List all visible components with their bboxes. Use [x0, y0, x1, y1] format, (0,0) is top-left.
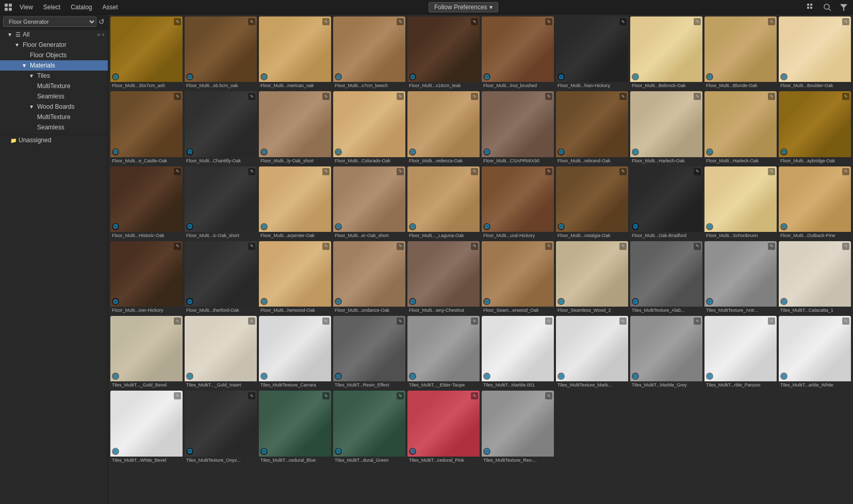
edit-icon-25[interactable]: ✎: [545, 168, 552, 175]
edit-icon-7[interactable]: ✎: [694, 18, 701, 25]
edit-icon-3[interactable]: ✎: [397, 18, 404, 25]
edit-icon-38[interactable]: ✎: [768, 243, 775, 250]
edit-icon-33[interactable]: ✎: [397, 243, 404, 250]
grid-item-54[interactable]: ✎ 🌐 Tiles_MultiT...cedural_Pink: [407, 391, 480, 463]
grid-item-30[interactable]: ✎ 🌐 Floor_Multi...iver-Hickory: [110, 241, 183, 314]
menu-select[interactable]: Select: [39, 3, 64, 12]
grid-item-1[interactable]: ✎ 🌐 Floor_Multi...x6.5cm_oak: [185, 16, 257, 89]
edit-icon-16[interactable]: ✎: [619, 93, 627, 100]
sidebar-item-seamless-wood[interactable]: Seamless: [0, 122, 108, 132]
grid-item-49[interactable]: ✎ 🌐 Tiles_MultiT...arble_White: [779, 316, 851, 389]
grid-item-2[interactable]: ✎ 🌐 Floor_Multi...merican_oak: [259, 16, 331, 89]
edit-icon-0[interactable]: ✎: [174, 18, 181, 25]
search-icon[interactable]: [821, 1, 833, 13]
edit-icon-45[interactable]: ✎: [545, 317, 552, 325]
edit-icon-40[interactable]: ✎: [174, 317, 181, 325]
edit-icon-39[interactable]: ✎: [842, 243, 849, 250]
edit-icon-37[interactable]: ✎: [694, 243, 701, 250]
grid-item-52[interactable]: ✎ 🌐 Tiles_MultiT...cedural_Blue: [259, 391, 331, 463]
grid-item-7[interactable]: ✎ 🌐 Floor_Multi...Bebrock-Oak: [630, 16, 702, 89]
edit-icon-46[interactable]: ✎: [619, 317, 627, 325]
grid-item-28[interactable]: ✎ 🌐 Floor_Multi...Schonbrunn: [704, 166, 777, 239]
edit-icon-6[interactable]: ✎: [619, 18, 627, 25]
sidebar-item-floor-objects[interactable]: Floor Objects: [0, 50, 108, 60]
edit-icon-43[interactable]: ✎: [397, 317, 404, 325]
refresh-icon[interactable]: ↺: [99, 18, 105, 26]
edit-icon-21[interactable]: ✎: [248, 168, 255, 175]
grid-item-18[interactable]: ✎ 🌐 Floor_Multi...Harleck-Oak: [704, 91, 777, 164]
sidebar-item-floor-generator[interactable]: ▾ Floor Generator: [0, 40, 108, 50]
grid-item-51[interactable]: ✎ 🌐 Tiles_MultiTexture_Onyx...: [185, 391, 257, 463]
edit-icon-27[interactable]: ✎: [694, 168, 701, 175]
grid-item-17[interactable]: ✎ 🌐 Floor_Multi...Harlech-Oak: [630, 91, 702, 164]
edit-icon-49[interactable]: ✎: [842, 317, 849, 325]
grid-item-29[interactable]: ✎ 🌐 Floor_Multi...Outback-Pine: [779, 166, 851, 239]
grid-item-16[interactable]: ✎ 🌐 Floor_Multi...rebrand-Oak: [556, 91, 628, 164]
grid-item-40[interactable]: ✎ 🌐 Tiles_MultiT..._Gold_Bevel: [110, 316, 183, 389]
edit-icon-5[interactable]: ✎: [545, 18, 552, 25]
grid-view-icon[interactable]: [805, 1, 817, 13]
edit-icon-14[interactable]: ✎: [471, 93, 478, 100]
edit-icon-10[interactable]: ✎: [174, 93, 181, 100]
edit-icon-31[interactable]: ✎: [248, 243, 255, 250]
grid-item-4[interactable]: ✎ 🌐 Floor_Multi...x16cm_teak: [407, 16, 480, 89]
edit-icon-28[interactable]: ✎: [768, 168, 775, 175]
edit-icon-13[interactable]: ✎: [397, 93, 404, 100]
grid-item-47[interactable]: ✎ 🌐 Tiles_MultiT...Marble_Grey: [630, 316, 702, 389]
grid-item-27[interactable]: ✎ 🌐 Floor_Multi...Oak-Bradford: [630, 166, 702, 239]
edit-icon-2[interactable]: ✎: [322, 18, 330, 25]
edit-icon-8[interactable]: ✎: [768, 18, 775, 25]
grid-item-9[interactable]: ✎ 🌐 Floor_Multi...Boulder-Oak: [779, 16, 851, 89]
filter-icon[interactable]: [838, 1, 850, 13]
edit-icon-36[interactable]: ✎: [619, 243, 627, 250]
sidebar-item-materials[interactable]: ▾ Materials: [0, 60, 108, 71]
grid-item-11[interactable]: ✎ 🌐 Floor_Multi...Chantilly-Oak: [185, 91, 257, 164]
grid-item-48[interactable]: ✎ 🌐 Tiles_MultiT...rble_Panzoo: [704, 316, 777, 389]
grid-item-8[interactable]: ✎ 🌐 Floor_Multi...Blonde-Oak: [704, 16, 777, 89]
edit-icon-26[interactable]: ✎: [619, 168, 627, 175]
grid-item-13[interactable]: ✎ 🌐 Floor_Multi...Colorado-Oak: [333, 91, 405, 164]
grid-item-46[interactable]: ✎ 🌐 Tiles_MultiTexture_Marb...: [556, 316, 628, 389]
menu-catalog[interactable]: Catalog: [67, 3, 96, 12]
grid-item-50[interactable]: ✎ 🌐 Tiles_MultiT...White_Bevel: [110, 391, 183, 463]
grid-item-55[interactable]: ✎ 🌐 Tiles_MultiTexture_Rex-...: [482, 391, 554, 463]
grid-item-26[interactable]: ✎ 🌐 Floor_Multi...ostalgia-Oak: [556, 166, 628, 239]
sidebar-item-seamless-tiles[interactable]: Seamless: [0, 91, 108, 102]
edit-icon-34[interactable]: ✎: [471, 243, 478, 250]
grid-item-20[interactable]: ✎ 🌐 Floor_Multi...Historic-Oak: [110, 166, 183, 239]
edit-icon-42[interactable]: ✎: [322, 317, 330, 325]
grid-item-23[interactable]: ✎ 🌐 Floor_Multi...er-Oak_short: [333, 166, 405, 239]
edit-icon-54[interactable]: ✎: [471, 392, 478, 399]
edit-icon-15[interactable]: ✎: [545, 93, 552, 100]
edit-icon-44[interactable]: ✎: [471, 317, 478, 325]
follow-preferences-button[interactable]: Follow Preferences ▾: [429, 2, 498, 12]
grid-item-53[interactable]: ✎ 🌐 Tiles_MultiT...dural_Green: [333, 391, 405, 463]
edit-icon-20[interactable]: ✎: [174, 168, 181, 175]
edit-icon-1[interactable]: ✎: [248, 18, 255, 25]
edit-icon-48[interactable]: ✎: [768, 317, 775, 325]
grid-item-21[interactable]: ✎ 🌐 Floor_Multi...ic-Oak_short: [185, 166, 257, 239]
grid-item-36[interactable]: ✎ 🌐 Floor_Seamless_Wood_2: [556, 241, 628, 314]
grid-item-25[interactable]: ✎ 🌐 Floor_Multi...ural-Hickory: [482, 166, 554, 239]
grid-item-35[interactable]: ✎ 🌐 Floor_Seam...erwood_Oak: [482, 241, 554, 314]
edit-icon-35[interactable]: ✎: [545, 243, 552, 250]
edit-icon-29[interactable]: ✎: [842, 168, 849, 175]
grid-item-0[interactable]: ✎ 🌐 Floor_Multi...35x7cm_ash: [110, 16, 183, 89]
grid-item-33[interactable]: ✎ 🌐 Floor_Multi...undance-Oak: [333, 241, 405, 314]
edit-icon-55[interactable]: ✎: [545, 392, 552, 399]
grid-item-3[interactable]: ✎ 🌐 Floor_Multi...x7cm_beech: [333, 16, 405, 89]
edit-icon-11[interactable]: ✎: [248, 93, 255, 100]
sidebar-item-all[interactable]: ▾ ☰ All ≡ +: [0, 29, 108, 40]
grid-item-44[interactable]: ✎ 🌐 Tiles_MultiT..._Elder-Taupe: [407, 316, 480, 389]
edit-icon-17[interactable]: ✎: [694, 93, 701, 100]
edit-icon-32[interactable]: ✎: [322, 243, 330, 250]
grid-item-41[interactable]: ✎ 🌐 Tiles_MultiT..._Gold_Insert: [185, 316, 257, 389]
edit-icon-22[interactable]: ✎: [322, 168, 330, 175]
edit-icon-12[interactable]: ✎: [322, 93, 330, 100]
grid-item-24[interactable]: ✎ 🌐 Floor_Multi..._Laguna-Oak: [407, 166, 480, 239]
sidebar-item-unassigned[interactable]: 📁 Unassigned: [0, 135, 108, 145]
edit-icon-9[interactable]: ✎: [842, 18, 849, 25]
sidebar-item-multitexture-tiles[interactable]: MultiTexture: [0, 81, 108, 91]
edit-icon-41[interactable]: ✎: [248, 317, 255, 325]
grid-item-14[interactable]: ✎ 🌐 Floor_Multi...redenza-Oak: [407, 91, 480, 164]
